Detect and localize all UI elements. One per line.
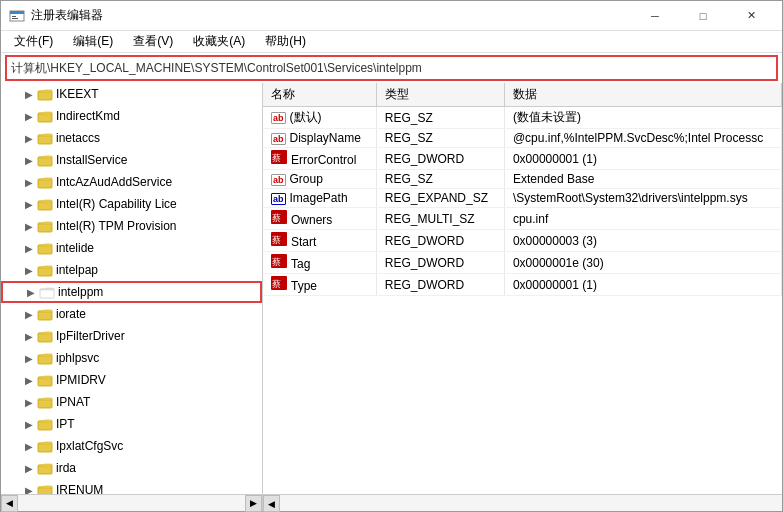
svg-text:蔡: 蔡 xyxy=(272,213,281,223)
scroll-right-btn[interactable]: ▶ xyxy=(245,495,262,512)
folder-icon xyxy=(37,152,53,168)
registry-row[interactable]: ab ImagePathREG_EXPAND_SZ\SystemRoot\Sys… xyxy=(263,189,782,208)
tree-arrow-icon[interactable]: ▶ xyxy=(21,240,37,256)
main-area: ▶ IKEEXT▶ IndirectKmd▶ inetaccs▶ Install… xyxy=(1,83,782,494)
tree-item[interactable]: ▶ intelppm xyxy=(1,281,262,303)
tree-arrow-icon[interactable]: ▶ xyxy=(21,438,37,454)
registry-name: 蔡 ErrorControl xyxy=(263,148,376,170)
svg-text:蔡: 蔡 xyxy=(272,235,281,245)
tree-arrow-icon[interactable]: ▶ xyxy=(21,350,37,366)
svg-rect-3 xyxy=(12,18,18,19)
tree-arrow-icon[interactable]: ▶ xyxy=(21,394,37,410)
reg-dword-icon: 蔡 xyxy=(271,153,291,167)
close-button[interactable]: ✕ xyxy=(728,1,774,31)
svg-rect-17 xyxy=(38,377,52,386)
tree-item[interactable]: ▶ IndirectKmd xyxy=(1,105,262,127)
tree-arrow-icon[interactable]: ▶ xyxy=(21,416,37,432)
registry-type: REG_SZ xyxy=(376,170,504,189)
tree-item[interactable]: ▶ IRENUM xyxy=(1,479,262,494)
tree-arrow-icon[interactable]: ▶ xyxy=(21,262,37,278)
registry-name: 蔡 Start xyxy=(263,230,376,252)
col-type: 类型 xyxy=(376,83,504,107)
registry-row[interactable]: ab GroupREG_SZExtended Base xyxy=(263,170,782,189)
svg-rect-19 xyxy=(38,421,52,430)
minimize-button[interactable]: ─ xyxy=(632,1,678,31)
scroll-left-btn[interactable]: ◀ xyxy=(1,495,18,512)
tree-arrow-icon[interactable]: ▶ xyxy=(21,306,37,322)
svg-rect-5 xyxy=(38,113,52,122)
registry-type: REG_MULTI_SZ xyxy=(376,208,504,230)
tree-arrow-icon[interactable]: ▶ xyxy=(21,130,37,146)
tree-arrow-icon[interactable]: ▶ xyxy=(21,460,37,476)
tree-item[interactable]: ▶ Intel(R) TPM Provision xyxy=(1,215,262,237)
tree-item[interactable]: ▶ IPMIDRV xyxy=(1,369,262,391)
registry-row[interactable]: ab DisplayNameREG_SZ@cpu.inf,%IntelPPM.S… xyxy=(263,129,782,148)
tree-item[interactable]: ▶ iphlpsvc xyxy=(1,347,262,369)
svg-rect-16 xyxy=(38,355,52,364)
tree-arrow-icon[interactable]: ▶ xyxy=(21,108,37,124)
tree-item[interactable]: ▶ intelpap xyxy=(1,259,262,281)
tree-item[interactable]: ▶ irda xyxy=(1,457,262,479)
tree-item[interactable]: ▶ IPNAT xyxy=(1,391,262,413)
tree-item[interactable]: ▶ intelide xyxy=(1,237,262,259)
tree-arrow-icon[interactable]: ▶ xyxy=(21,196,37,212)
maximize-button[interactable]: □ xyxy=(680,1,726,31)
folder-icon xyxy=(37,262,53,278)
tree-item[interactable]: ▶ IpFilterDriver xyxy=(1,325,262,347)
scroll-left-btn2[interactable]: ◀ xyxy=(263,495,280,512)
address-bar[interactable]: 计算机\HKEY_LOCAL_MACHINE\SYSTEM\ControlSet… xyxy=(5,55,778,81)
right-hscroll[interactable]: ◀ ▶ xyxy=(263,495,782,511)
registry-type: REG_SZ xyxy=(376,107,504,129)
registry-row[interactable]: 蔡 TypeREG_DWORD0x00000001 (1) xyxy=(263,274,782,296)
tree-arrow-icon[interactable]: ▶ xyxy=(21,328,37,344)
tree-arrow-icon[interactable]: ▶ xyxy=(21,86,37,102)
menu-file[interactable]: 文件(F) xyxy=(5,30,62,53)
tree-panel[interactable]: ▶ IKEEXT▶ IndirectKmd▶ inetaccs▶ Install… xyxy=(1,83,263,494)
tree-arrow-icon[interactable]: ▶ xyxy=(21,372,37,388)
tree-item-label: IPT xyxy=(56,417,75,431)
address-text: 计算机\HKEY_LOCAL_MACHINE\SYSTEM\ControlSet… xyxy=(11,60,772,77)
tree-item[interactable]: ▶ IpxlatCfgSvc xyxy=(1,435,262,457)
tree-item[interactable]: ▶ iorate xyxy=(1,303,262,325)
menu-edit[interactable]: 编辑(E) xyxy=(64,30,122,53)
registry-row[interactable]: 蔡 ErrorControlREG_DWORD0x00000001 (1) xyxy=(263,148,782,170)
tree-item-label: IPNAT xyxy=(56,395,90,409)
registry-data: 0x0000001e (30) xyxy=(504,252,781,274)
folder-icon xyxy=(37,394,53,410)
tree-item-label: IKEEXT xyxy=(56,87,99,101)
tree-item[interactable]: ▶ InstallService xyxy=(1,149,262,171)
registry-table: 名称 类型 数据 ab (默认)REG_SZ(数值未设置) ab Display… xyxy=(263,83,782,296)
menu-view[interactable]: 查看(V) xyxy=(124,30,182,53)
registry-row[interactable]: 蔡 OwnersREG_MULTI_SZcpu.inf xyxy=(263,208,782,230)
scroll-track-left[interactable] xyxy=(18,495,245,511)
folder-icon xyxy=(37,108,53,124)
svg-rect-14 xyxy=(38,311,52,320)
registry-panel[interactable]: 名称 类型 数据 ab (默认)REG_SZ(数值未设置) ab Display… xyxy=(263,83,782,494)
registry-row[interactable]: 蔡 TagREG_DWORD0x0000001e (30) xyxy=(263,252,782,274)
tree-arrow-icon[interactable]: ▶ xyxy=(21,174,37,190)
registry-row[interactable]: 蔡 StartREG_DWORD0x00000003 (3) xyxy=(263,230,782,252)
tree-item[interactable]: ▶ IPT xyxy=(1,413,262,435)
reg-sz-icon: ab xyxy=(271,131,290,145)
folder-icon xyxy=(37,130,53,146)
tree-item[interactable]: ▶ IKEEXT xyxy=(1,83,262,105)
registry-type: REG_DWORD xyxy=(376,252,504,274)
tree-item[interactable]: ▶ Intel(R) Capability Lice xyxy=(1,193,262,215)
folder-icon xyxy=(37,372,53,388)
tree-arrow-icon[interactable]: ▶ xyxy=(21,482,37,494)
tree-item-label: Intel(R) TPM Provision xyxy=(56,219,176,233)
registry-row[interactable]: ab (默认)REG_SZ(数值未设置) xyxy=(263,107,782,129)
tree-arrow-icon[interactable]: ▶ xyxy=(23,284,39,300)
scrollbar-area: ◀ ▶ ◀ ▶ xyxy=(1,494,782,511)
tree-item[interactable]: ▶ IntcAzAudAddService xyxy=(1,171,262,193)
tree-item[interactable]: ▶ inetaccs xyxy=(1,127,262,149)
tree-arrow-icon[interactable]: ▶ xyxy=(21,152,37,168)
svg-rect-11 xyxy=(38,245,52,254)
tree-arrow-icon[interactable]: ▶ xyxy=(21,218,37,234)
menu-help[interactable]: 帮助(H) xyxy=(256,30,315,53)
tree-item-label: iphlpsvc xyxy=(56,351,99,365)
left-hscroll[interactable]: ◀ ▶ xyxy=(1,495,263,511)
svg-rect-10 xyxy=(38,223,52,232)
registry-type: REG_DWORD xyxy=(376,148,504,170)
menu-favorites[interactable]: 收藏夹(A) xyxy=(184,30,254,53)
